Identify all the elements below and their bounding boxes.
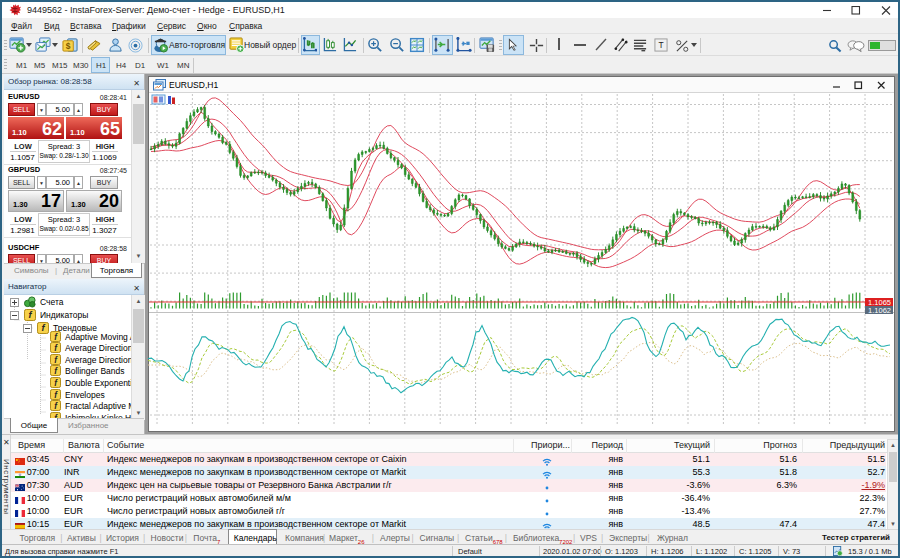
svg-text:T: T: [658, 40, 663, 50]
svg-text:$: $: [66, 41, 71, 51]
